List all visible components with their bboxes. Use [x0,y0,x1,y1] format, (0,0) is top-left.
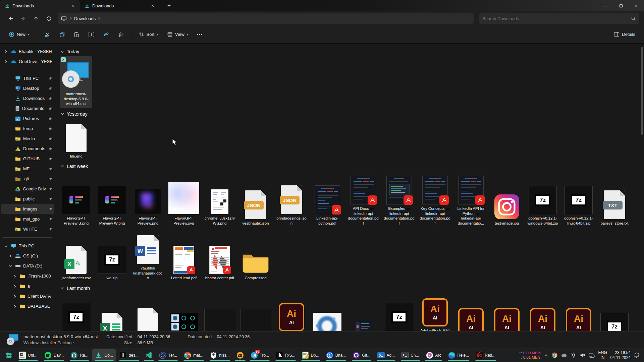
expand-chevron[interactable] [12,305,17,308]
file-tile-rectangle-6-png[interactable]: Rectangle 6.png [204,307,236,331]
file-tile-flavorgpt-preview-png[interactable]: FlavorGPT Preview.png [132,181,164,227]
sidebar-item-downloads[interactable]: Downloads [1,94,54,103]
copy-button[interactable] [56,28,68,41]
file-tile-saveweb2zip-com-www-harness-io-zip[interactable]: 7zsaveweb2zip-com-www-harness-io.zip [60,298,92,331]
file-tile-homem-aranha-cdr[interactable]: Homem_Aranha.cdr [132,303,164,331]
cut-button[interactable] [41,28,54,41]
sidebar-item-desktop[interactable]: Desktop [1,83,54,93]
notification-bell-icon[interactable]: z [634,352,639,358]
file-tile-linkedin-api-python-pdf[interactable]: Linkedin-api-python.pdf [311,181,343,227]
sidebar-item-temp[interactable]: temp [1,124,54,133]
rename-button[interactable] [85,28,98,41]
file-tile-voucher-xlsx[interactable]: X voucher.xlsx [96,307,128,331]
share-button[interactable] [100,28,113,41]
sidebar-item-a[interactable]: a [1,281,54,291]
pin-icon[interactable] [48,86,52,90]
file-tile-key-concepts-linkedin-api-documentation-pdf[interactable]: Key Concepts — linkedin-api documentatio… [419,171,451,227]
pin-icon[interactable] [48,157,52,161]
taskbar-item-fxsound[interactable]: FxS... [273,349,298,361]
expand-chevron[interactable] [8,264,13,268]
file-tile-yashvidotdev-assignmentrepo-main-zip[interactable]: 7zyashvidotdev_AssignmentRepo-main.zip [383,298,415,331]
sidebar-item-public[interactable]: public [1,194,54,204]
pin-icon[interactable] [48,197,52,201]
taskbar-item-telegram[interactable]: 59Tro... [248,349,272,361]
tab-close-icon[interactable]: × [69,2,76,9]
file-tile-flavorgpt-preview-w-png[interactable]: FlavorGPT Preview W.png [96,181,128,227]
file-tile-adobestock-594399656-ai[interactable]: Ai AIAdobeStock_594399656.ai [562,303,595,331]
chrome-tray-icon[interactable] [552,352,557,358]
sidebar-item-this-pc[interactable]: This PC [1,73,54,83]
view-button[interactable]: View ▾ [164,28,192,41]
clock[interactable]: 23:19:5404-11-2024 [610,350,631,360]
sort-button[interactable]: Sort ▾ [135,28,162,41]
file-tile-vajubhai-krishanapark-docx[interactable]: W vajubhai krishanapark.docx [132,231,164,282]
expand-chevron[interactable] [12,275,17,278]
taskbar-item-radio[interactable]: Ra... [67,349,91,361]
sidebar-item-documents[interactable]: Documents [1,104,54,113]
file-tile-api-docs-linkedin-api-documentation-pdf[interactable]: API Docs — linkedin-api documentation.pd… [347,171,379,227]
file-tile-bhautik-png[interactable]: BHAUTIK.png [347,307,379,331]
file-tile-adobestock-594399656-converted-copy-ai[interactable]: Ai AIAdobeStock_594399656 [Converted] co… [419,293,451,331]
taskbar-item-terminal[interactable]: Ter... [156,349,180,361]
pin-icon[interactable] [48,187,52,191]
pin-icon[interactable] [48,117,52,121]
sidebar-item-media[interactable]: Media [1,134,54,143]
file-tile-adobestock-684425862-ai[interactable]: Ai AIAdobeStock_684425862.ai [455,303,487,331]
expand-chevron[interactable] [4,50,8,53]
sidebar-item-data-d[interactable]: DATA (D:) [1,261,54,271]
file-tile-adobestock-594399656-converted-ai[interactable]: Ai AIAdobeStock_594399656 [Converted].ai [275,298,308,331]
scrollbar-thumb[interactable] [641,47,643,135]
pin-icon[interactable] [48,147,52,151]
tab-downloads-active[interactable]: Downloads × [0,0,80,11]
tab-downloads-2[interactable]: Downloads × [80,0,160,11]
sidebar-item-github[interactable]: GITHUB [1,154,54,164]
sidebar-item-pictures[interactable]: Pictures [1,114,54,123]
pin-icon[interactable] [48,227,52,231]
pin-icon[interactable] [48,207,52,211]
file-tile-gophish-v0-12-1-linux-64bit-zip[interactable]: 7zgophish-v0.12.1-linux-64bit.zip [562,181,595,227]
paste-button[interactable] [70,28,83,41]
taskbar-item-notepad[interactable]: NUnt... [16,349,41,361]
pin-icon[interactable] [48,137,52,141]
pin-icon[interactable] [48,97,52,101]
sidebar-item-client-data[interactable]: Client DATA [1,291,54,301]
delete-button[interactable] [115,28,127,41]
group-header-yesterday[interactable]: Yesterday [61,111,639,117]
start-button[interactable] [2,349,15,361]
sidebar-item-documents[interactable]: Documents [1,144,54,154]
sidebar-item-images[interactable]: images [1,204,54,214]
file-tile-adobestock-594399656-copy-ai[interactable]: Ai AIAdobeStock_594399656 - Copy.ai [527,303,559,331]
vertical-scrollbar[interactable] [640,45,644,330]
taskbar-item-discord[interactable] [233,349,247,361]
sidebar-item-this-pc[interactable]: This PC [1,241,54,251]
maximize-button[interactable] [613,0,629,11]
sidebar-item-google-drive[interactable]: Google Drive [1,184,54,194]
pin-icon[interactable] [48,107,52,111]
file-tile-gophish-v0-12-1-windows-64bit-zip[interactable]: 7zgophish-v0.12.1-windows-64bit.zip [527,181,559,227]
sidebar-item-white[interactable]: WHITE [1,224,54,234]
file-tile-jsonformatter-csv[interactable]: X a,jsonformatter.csv [60,240,92,282]
new-button[interactable]: New ▾ [5,28,33,41]
taskbar-item-github[interactable]: Git... [350,349,373,361]
refresh-button[interactable] [43,13,54,24]
taskbar-item-redgate[interactable]: RGRed... [473,349,498,361]
file-tile-examples-linkedin-api-documentation-pdf[interactable]: Examples — linkedin-api documentation.pd… [383,171,415,227]
file-tile-group-37-png[interactable]: Group 37.png [168,307,200,331]
tab-close-icon[interactable]: × [149,2,156,9]
taskbar-item-edge[interactable]: Rele... [445,349,472,361]
taskbar-item-arc[interactable]: Arc [423,349,444,361]
taskbar-item-brave[interactable]: niss... [207,349,232,361]
file-tile-wa-zip[interactable]: 7zwa.zip [96,240,128,282]
group-header-last-month[interactable]: Last month [61,286,639,291]
taskbar-item-notepadpp[interactable]: D:\... [299,349,322,361]
file-tile-compressed[interactable]: Compressed [239,240,272,282]
taskbar-item-chrome[interactable]: mat... [181,349,206,361]
taskbar-item-spotify[interactable]: Dav... [41,349,67,361]
address-bar[interactable]: Downloads [58,13,474,24]
pin-icon[interactable] [48,127,52,131]
expand-chevron[interactable] [12,295,17,298]
expand-chevron[interactable] [4,244,8,248]
file-tile-file-enc[interactable]: file.enc [60,119,92,161]
file-tile-baileys-store-txt[interactable]: TXTbaileys_store.txt [598,186,631,228]
expand-chevron[interactable] [4,60,8,63]
